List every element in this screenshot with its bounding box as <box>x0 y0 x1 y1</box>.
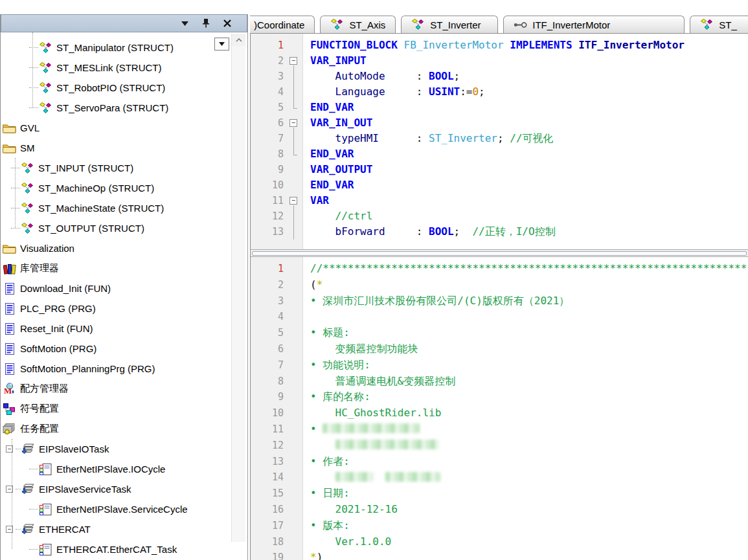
tree-item-[interactable]: M配方管理器 <box>1 379 247 399</box>
tree-item-download-init-fun[interactable]: Download_Init (FUN) <box>1 278 247 298</box>
tab-st-axis[interactable]: ST_Axis <box>320 16 396 33</box>
fold-margin <box>288 162 300 177</box>
code-text: • 版本: <box>300 518 350 534</box>
tree-item-eipslaveiotask[interactable]: −EIPSlaveIOTask <box>1 439 247 459</box>
tree-item-ethercat-ethercat-task[interactable]: ETHERCAT.EtherCAT_Task <box>1 539 247 559</box>
panel-menu-button[interactable] <box>179 18 190 28</box>
code-text: 普通调速电机&变频器控制 <box>300 374 455 390</box>
line-number: 3 <box>251 69 288 84</box>
pin-icon[interactable] <box>201 18 211 28</box>
tree-item-ethernetipslave-iocycle[interactable]: EtherNetIPSlave.IOCycle <box>1 459 247 479</box>
code-token: //可视化 <box>510 132 553 144</box>
tree-item-reset-init-fun[interactable]: Reset_Init (FUN) <box>1 319 247 339</box>
code-text: //**************************************… <box>300 261 748 277</box>
line-number: 2 <box>251 53 288 69</box>
tree-item-label: EtherNetIPSlave.IOCycle <box>56 464 165 475</box>
code-line: 6 变频器控制功能块 <box>251 341 748 357</box>
tree-item-softmotion-prg[interactable]: SoftMotion (PRG) <box>1 339 247 359</box>
fold-margin <box>288 261 300 277</box>
tree-dropdown-button[interactable] <box>214 38 229 50</box>
tree-item-st-output-struct[interactable]: ST_OUTPUT (STRUCT) <box>1 218 247 238</box>
fold-toggle[interactable]: − <box>288 193 300 208</box>
tree-item-label: SoftMotion_PlanningPrg (PRG) <box>20 363 155 374</box>
editor-splitter[interactable] <box>251 249 748 257</box>
tree-item-st-servopara-struct[interactable]: ST_ServoPara (STRUCT) <box>1 98 247 118</box>
declaration-editor[interactable]: 1FUNCTION_BLOCK FB_InverterMotor IMPLEME… <box>251 34 748 249</box>
tree-item-label: Visualization <box>20 243 74 254</box>
collapse-icon[interactable]: − <box>289 197 297 205</box>
tab-itf-invertermotor[interactable]: ITF_InverterMotor <box>503 16 685 33</box>
code-token: AutoMode <box>335 70 385 82</box>
code-line: 10END_VAR <box>251 177 748 193</box>
tab-st[interactable]: ST_ <box>690 16 748 33</box>
tree-item-[interactable]: 任务配置 <box>1 419 247 439</box>
tree-item-sm[interactable]: SM <box>1 138 247 158</box>
line-number: 1 <box>251 38 288 53</box>
redacted-text <box>335 472 373 482</box>
tree-item-ethercat[interactable]: −ETHERCAT <box>1 519 247 539</box>
fold-margin <box>288 100 300 115</box>
code-token: //正转，I/O控制 <box>472 225 555 238</box>
editor-panes: 1FUNCTION_BLOCK FB_InverterMotor IMPLEME… <box>250 34 748 560</box>
code-text: 2021-12-16 <box>300 502 398 518</box>
code-text: Ver.1.0.0 <box>300 534 391 550</box>
tree-item-[interactable]: 库管理器 <box>1 258 247 278</box>
tree-item-st-meslink-struct[interactable]: ST_MESLink (STRUCT) <box>1 58 247 78</box>
tree-item-plc-prg-prg[interactable]: PLC_PRG (PRG) <box>1 298 247 319</box>
tab-st-inverter[interactable]: ST_Inverter <box>401 16 498 33</box>
line-number: 14 <box>251 469 288 486</box>
fold-toggle[interactable]: − <box>288 115 300 131</box>
code-token <box>310 210 335 222</box>
code-text: HC_GhostRider.lib <box>300 405 441 421</box>
collapse-icon[interactable]: − <box>289 119 297 127</box>
tree-item-label: EtherNetIPSlave.ServiceCycle <box>56 504 188 515</box>
tree-item-gvl[interactable]: GVL <box>1 118 247 138</box>
implementation-editor[interactable]: 1//*************************************… <box>251 257 748 560</box>
struct-icon <box>39 82 52 94</box>
tree-item-st-robotpio-struct[interactable]: ST_RobotPIO (STRUCT) <box>1 78 247 98</box>
tree-branch-line <box>11 188 20 188</box>
code-token: * <box>310 551 317 560</box>
scroll-up-button[interactable] <box>232 34 245 46</box>
code-line: 13• 作者: <box>251 454 748 470</box>
code-line: 5• 标题: <box>251 325 748 341</box>
code-token: : <box>379 132 429 144</box>
code-token: VAR_INPUT <box>310 54 367 67</box>
code-line: 9VAR_OUTPUT <box>251 162 748 177</box>
tree-branch-line <box>11 228 20 229</box>
tree-item-st-input-struct[interactable]: ST_INPUT (STRUCT) <box>1 158 247 178</box>
tree-item-[interactable]: 符号配置 <box>1 399 247 419</box>
fold-margin <box>288 277 300 293</box>
close-icon[interactable] <box>222 18 232 28</box>
call-icon <box>39 544 52 555</box>
pou-icon <box>3 283 16 295</box>
code-token: • 日期: <box>310 487 350 499</box>
code-token: //**************************************… <box>310 262 748 274</box>
code-token: Language <box>335 85 385 98</box>
line-number: 6 <box>251 115 288 131</box>
fold-margin <box>288 389 300 405</box>
folder-icon <box>3 122 16 134</box>
panel-titlebar <box>1 14 247 32</box>
collapse-icon[interactable]: − <box>289 57 297 65</box>
tree-scrollbar[interactable] <box>231 34 245 542</box>
tree-item-ethernetipslave-servicecycle[interactable]: EtherNetIPSlave.ServiceCycle <box>1 499 247 519</box>
splitter-grip[interactable] <box>252 251 747 256</box>
fold-margin <box>288 357 300 374</box>
line-number: 13 <box>251 454 288 470</box>
tree-item-st-machinestate-struct[interactable]: ST_MachineState (STRUCT) <box>1 198 247 218</box>
tree-item-st-machineop-struct[interactable]: ST_MachineOp (STRUCT) <box>1 178 247 198</box>
tree-item-eipslaveservicetask[interactable]: −EIPSlaveServiceTask <box>1 479 247 499</box>
code-line: 12 <box>251 438 748 454</box>
redacted-text <box>385 472 440 482</box>
code-text <box>300 438 439 454</box>
tab-coordinate[interactable]: )Coordinate <box>250 16 315 33</box>
tree-item-st-manipulator-struct[interactable]: ST_Manipulator (STRUCT) <box>1 38 247 58</box>
tree-item-softmotion-planningprg-prg[interactable]: SoftMotion_PlanningPrg (PRG) <box>1 359 247 379</box>
code-text: FUNCTION_BLOCK FB_InverterMotor IMPLEMEN… <box>300 38 685 53</box>
code-line: 5END_VAR <box>251 100 748 115</box>
tree-item-visualization[interactable]: Visualization <box>1 238 247 258</box>
code-line: 1FUNCTION_BLOCK FB_InverterMotor IMPLEME… <box>251 38 748 53</box>
tree-connector <box>32 32 33 107</box>
fold-toggle[interactable]: − <box>288 53 300 69</box>
